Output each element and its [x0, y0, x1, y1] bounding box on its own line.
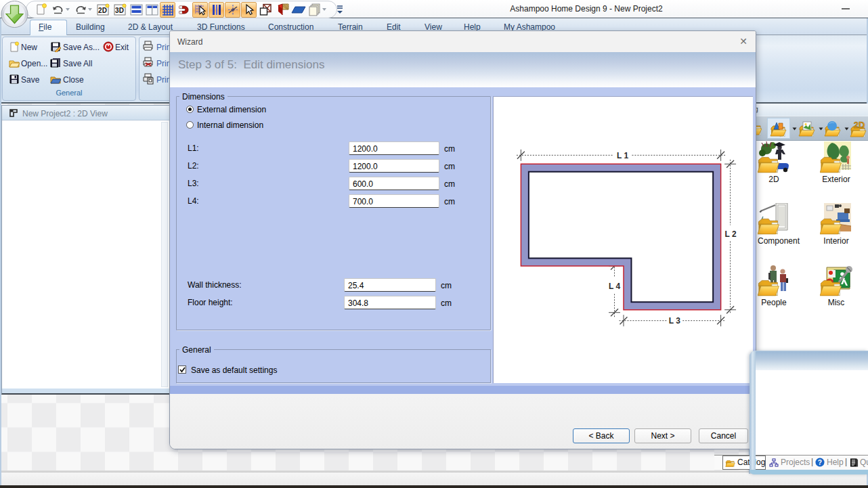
svg-text:L 1: L 1 — [617, 151, 628, 160]
svg-text:2D: 2D — [98, 7, 107, 14]
svg-text:2D: 2D — [854, 120, 865, 130]
svg-text:3D: 3D — [115, 7, 124, 14]
svg-text:?: ? — [818, 459, 822, 466]
svg-text:L 3: L 3 — [669, 316, 680, 326]
svg-text:L 2: L 2 — [725, 229, 737, 239]
svg-text:L 4: L 4 — [609, 282, 620, 291]
